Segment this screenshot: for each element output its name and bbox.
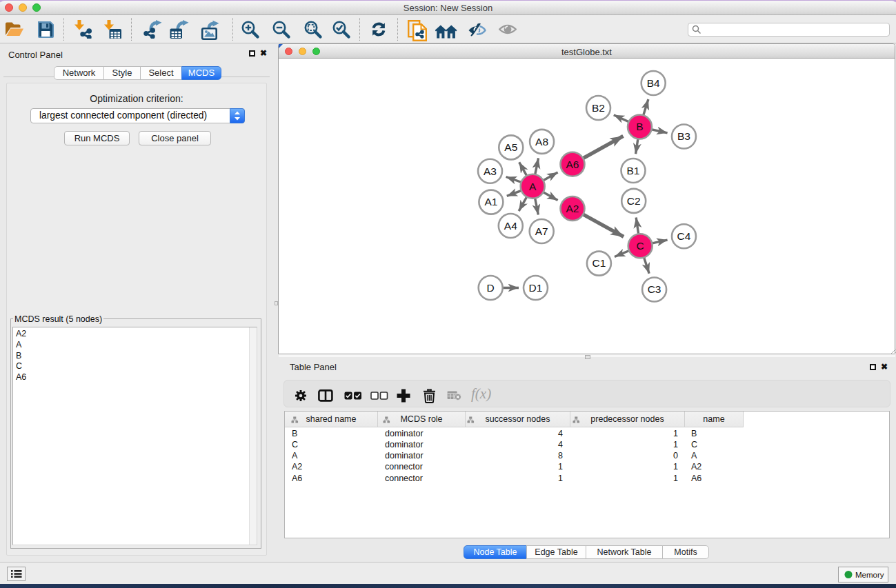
- svg-text:C3: C3: [648, 283, 661, 295]
- svg-text:A: A: [529, 181, 537, 192]
- svg-text:A4: A4: [504, 220, 517, 232]
- svg-text:C1: C1: [592, 257, 606, 269]
- svg-text:A3: A3: [484, 165, 497, 177]
- svg-text:A1: A1: [484, 196, 497, 207]
- svg-text:Memory: Memory: [855, 571, 884, 579]
- svg-text:A6: A6: [566, 159, 579, 170]
- svg-text:D1: D1: [529, 282, 543, 294]
- svg-text:A5: A5: [504, 141, 517, 153]
- svg-text:B1: B1: [627, 165, 640, 176]
- svg-text:A7: A7: [535, 225, 548, 237]
- svg-text:A2: A2: [566, 203, 579, 214]
- svg-text:C2: C2: [627, 195, 641, 207]
- svg-text:B: B: [636, 121, 643, 132]
- svg-text:C4: C4: [677, 230, 691, 242]
- svg-text:D: D: [487, 282, 495, 294]
- svg-text:A8: A8: [535, 136, 548, 148]
- svg-text:B4: B4: [647, 77, 660, 89]
- svg-text:B3: B3: [677, 130, 690, 142]
- svg-text:C: C: [637, 240, 644, 252]
- svg-text:B2: B2: [592, 102, 605, 114]
